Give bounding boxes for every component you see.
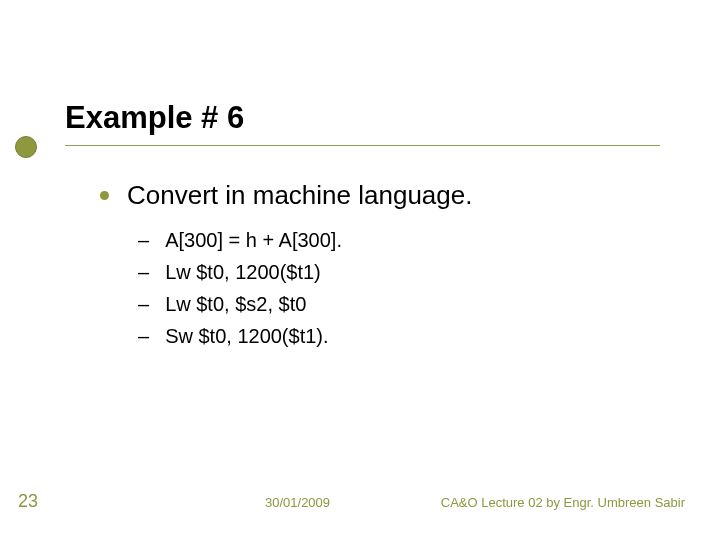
- title-area: Example # 6: [65, 100, 244, 136]
- list-item-text: Sw $t0, 1200($t1).: [165, 323, 328, 349]
- dash-icon: –: [138, 227, 149, 253]
- dash-icon: –: [138, 323, 149, 349]
- list-item-text: Lw $t0, $s2, $t0: [165, 291, 306, 317]
- content-list: Convert in machine language. – A[300] = …: [100, 180, 660, 355]
- list-item-text: A[300] = h + A[300].: [165, 227, 342, 253]
- title-underline: [65, 145, 660, 146]
- list-item-text: Convert in machine language.: [127, 180, 472, 211]
- bullet-icon: [100, 191, 109, 200]
- dash-icon: –: [138, 291, 149, 317]
- list-item-level2: – A[300] = h + A[300].: [138, 227, 660, 253]
- list-item-level2: – Lw $t0, $s2, $t0: [138, 291, 660, 317]
- slide-title: Example # 6: [65, 100, 244, 136]
- title-rule-knob: [15, 136, 37, 158]
- slide: Example # 6 Convert in machine language.…: [0, 0, 720, 540]
- footer-author: CA&O Lecture 02 by Engr. Umbreen Sabir: [441, 495, 685, 510]
- list-item-level2: – Sw $t0, 1200($t1).: [138, 323, 660, 349]
- list-item-level2: – Lw $t0, 1200($t1): [138, 259, 660, 285]
- list-item-text: Lw $t0, 1200($t1): [165, 259, 321, 285]
- list-item-level1: Convert in machine language.: [100, 180, 660, 211]
- slide-number: 23: [18, 491, 38, 512]
- footer-date: 30/01/2009: [265, 495, 330, 510]
- dash-icon: –: [138, 259, 149, 285]
